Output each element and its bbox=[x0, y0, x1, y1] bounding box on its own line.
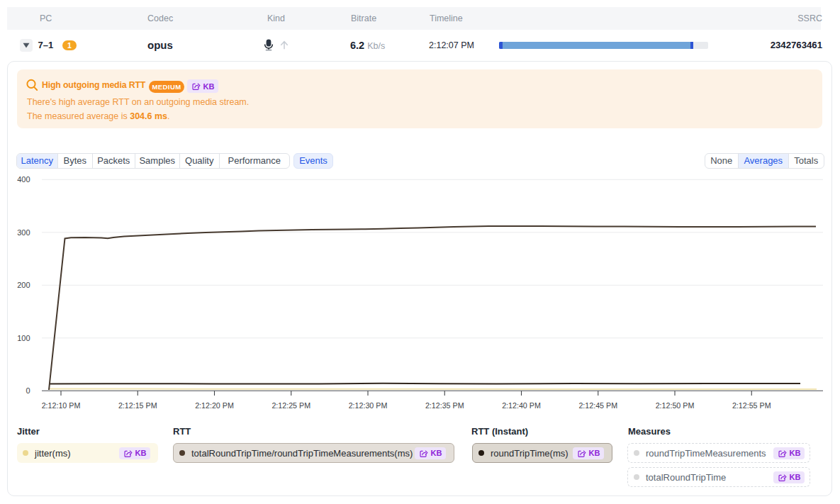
svg-text:2:12:50 PM: 2:12:50 PM bbox=[656, 401, 695, 410]
svg-text:2:12:40 PM: 2:12:40 PM bbox=[502, 401, 541, 410]
svg-text:2:12:20 PM: 2:12:20 PM bbox=[195, 401, 234, 410]
svg-text:2:12:45 PM: 2:12:45 PM bbox=[578, 401, 617, 410]
svg-text:100: 100 bbox=[17, 334, 30, 342]
svg-text:2:12:35 PM: 2:12:35 PM bbox=[425, 401, 464, 410]
svg-text:2:12:30 PM: 2:12:30 PM bbox=[349, 401, 388, 410]
svg-text:400: 400 bbox=[17, 175, 30, 184]
svg-text:2:12:25 PM: 2:12:25 PM bbox=[271, 401, 310, 410]
svg-text:300: 300 bbox=[17, 228, 30, 237]
svg-text:200: 200 bbox=[17, 281, 30, 289]
svg-text:2:12:10 PM: 2:12:10 PM bbox=[42, 401, 81, 410]
svg-text:2:12:55 PM: 2:12:55 PM bbox=[732, 401, 771, 410]
svg-text:0: 0 bbox=[26, 386, 30, 395]
svg-text:2:12:15 PM: 2:12:15 PM bbox=[118, 401, 157, 410]
